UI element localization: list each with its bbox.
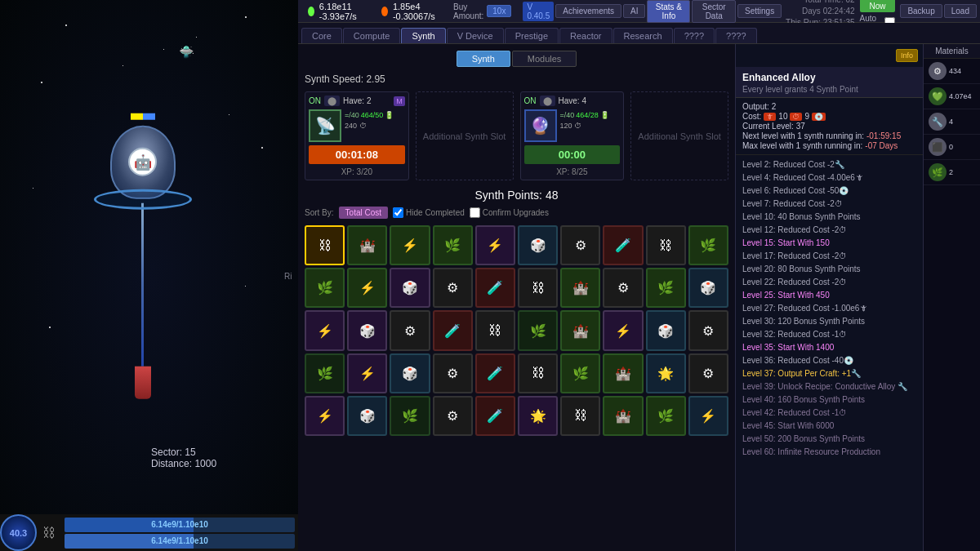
info-toggle-btn[interactable]: Info <box>896 49 918 62</box>
grid-icon-40[interactable]: ⚡ <box>305 396 345 436</box>
grid-icon-33[interactable]: ⚙ <box>433 353 473 393</box>
grid-icon-39[interactable]: ⚙ <box>688 353 728 393</box>
tab-vdevice[interactable]: V Device <box>447 28 504 43</box>
grid-icon-10[interactable]: 🌿 <box>305 268 345 308</box>
grid-icon-36[interactable]: 🌿 <box>560 353 600 393</box>
grid-icon-46[interactable]: ⛓ <box>560 396 600 436</box>
ai-btn[interactable]: AI <box>623 4 645 18</box>
grid-icon-8[interactable]: ⛓ <box>646 225 686 265</box>
slot2-level-bar: =/40 464/28 🔋 <box>560 111 609 119</box>
tab-synth[interactable]: Synth <box>401 28 445 43</box>
grid-icon-38[interactable]: 🌟 <box>646 353 686 393</box>
grid-icon-7[interactable]: 🧪 <box>603 225 643 265</box>
tab-compute[interactable]: Compute <box>343 28 401 43</box>
grid-icon-18[interactable]: 🌿 <box>646 268 686 308</box>
grid-icon-19[interactable]: 🎲 <box>688 268 728 308</box>
sector-data-btn[interactable]: Sector Data <box>692 0 736 23</box>
settings-btn[interactable]: Settings <box>737 4 782 18</box>
grid-icon-31[interactable]: ⚡ <box>347 353 387 393</box>
grid-icon-41[interactable]: 🎲 <box>347 396 387 436</box>
grid-icon-20[interactable]: ⚡ <box>305 310 345 350</box>
tab-core[interactable]: Core <box>301 28 342 43</box>
grid-icon-6[interactable]: ⚙ <box>560 225 600 265</box>
grid-icon-15[interactable]: ⛓ <box>518 268 558 308</box>
grid-icon-43[interactable]: ⚙ <box>433 396 473 436</box>
sort-total-cost-btn[interactable]: Total Cost <box>339 207 388 219</box>
slot1-have: Have: 2 <box>343 96 371 105</box>
grid-icon-21[interactable]: 🎲 <box>347 310 387 350</box>
achievements-btn[interactable]: Achievements <box>555 4 621 18</box>
sub-tab-synth[interactable]: Synth <box>457 51 510 67</box>
confirm-upgrades-checkbox[interactable] <box>470 207 480 218</box>
level-row-17: Level 39: Unlock Recipe: Conductive Allo… <box>742 380 916 393</box>
grid-icon-47[interactable]: 🏰 <box>603 396 643 436</box>
level-badge: 40.3 <box>0 514 37 551</box>
grid-icon-28[interactable]: 🎲 <box>646 310 686 350</box>
grid-icon-12[interactable]: 🎲 <box>390 268 430 308</box>
star <box>245 16 247 18</box>
star <box>163 49 164 50</box>
grid-icon-3[interactable]: 🌿 <box>433 225 473 265</box>
star <box>65 24 67 26</box>
tab-question2[interactable]: ???? <box>715 28 756 43</box>
grid-icon-16[interactable]: 🏰 <box>560 268 600 308</box>
load-btn[interactable]: Load <box>944 4 977 18</box>
grid-icon-49[interactable]: ⚡ <box>688 396 728 436</box>
grid-icon-32[interactable]: 🎲 <box>390 353 430 393</box>
grid-icon-30[interactable]: 🌿 <box>305 353 345 393</box>
grid-icon-9[interactable]: 🌿 <box>688 225 728 265</box>
grid-icon-34[interactable]: 🧪 <box>475 353 515 393</box>
grid-icon-4[interactable]: ⚡ <box>475 225 515 265</box>
slot2-icon[interactable]: 🔮 <box>524 109 557 142</box>
grid-icon-13[interactable]: ⚙ <box>433 268 473 308</box>
grid-icon-23[interactable]: 🧪 <box>433 310 473 350</box>
grid-icon-11[interactable]: ⚡ <box>347 268 387 308</box>
star <box>229 114 229 115</box>
grid-icon-26[interactable]: 🏰 <box>560 310 600 350</box>
level-row-16: Level 37: Output Per Craft: +1🔧 <box>742 367 916 380</box>
grid-icon-1[interactable]: 🏰 <box>347 225 387 265</box>
grid-icon-5[interactable]: 🎲 <box>518 225 558 265</box>
grid-icon-44[interactable]: 🧪 <box>475 396 515 436</box>
save-now-btn[interactable]: Save Now <box>860 0 896 12</box>
grid-icon-35[interactable]: ⛓ <box>518 353 558 393</box>
slot2-timer[interactable]: 00:00 <box>524 145 621 164</box>
tab-research[interactable]: Research <box>613 28 673 43</box>
grid-icon-45[interactable]: 🌟 <box>518 396 558 436</box>
slot1-toggle[interactable]: ON <box>309 96 321 105</box>
grid-icon-24[interactable]: ⛓ <box>475 310 515 350</box>
grid-icon-14[interactable]: 🧪 <box>475 268 515 308</box>
right-panel: 6.18e11 -3.93e7/s 1.85e4 -0.30067/s Buy … <box>298 0 980 551</box>
slot2-have: Have: 4 <box>559 96 586 105</box>
slot1-timer[interactable]: 00:01:08 <box>309 145 405 164</box>
grid-icon-22[interactable]: ⚙ <box>390 310 430 350</box>
grid-icon-25[interactable]: 🌿 <box>518 310 558 350</box>
current-level-row: Current Level: 37 <box>742 122 916 131</box>
sector-info: Sector: 15 Distance: 1000 <box>151 447 216 469</box>
grid-icon-17[interactable]: ⚙ <box>603 268 643 308</box>
grid-icon-42[interactable]: 🌿 <box>390 396 430 436</box>
slot2-toggle-switch[interactable]: ⬤ <box>540 96 555 106</box>
tab-prestige[interactable]: Prestige <box>505 28 559 43</box>
grid-icon-2[interactable]: ⚡ <box>390 225 430 265</box>
slot2-toggle[interactable]: ON <box>524 96 537 105</box>
cost-value: 10 <box>778 112 787 121</box>
buy-amount-button[interactable]: 10x <box>487 5 511 17</box>
grid-icon-0[interactable]: ⛓ <box>305 225 345 265</box>
grid-icon-37[interactable]: 🏰 <box>603 353 643 393</box>
slot1-toggle-switch[interactable]: ⬤ <box>324 96 340 106</box>
tab-reactor[interactable]: Reactor <box>559 28 612 43</box>
slot2-header: ON ⬤ Have: 4 <box>524 96 621 106</box>
sort-bar: Sort By: Total Cost Hide Completed Confi… <box>305 207 728 219</box>
tab-question1[interactable]: ???? <box>674 28 715 43</box>
mat-value-2: 4 <box>949 118 953 126</box>
sub-tab-modules[interactable]: Modules <box>512 51 577 67</box>
grid-icon-48[interactable]: 🌿 <box>646 396 686 436</box>
backup-btn[interactable]: Backup <box>900 4 942 18</box>
grid-icon-27[interactable]: ⚡ <box>603 310 643 350</box>
hide-completed-checkbox[interactable] <box>393 207 403 218</box>
slot2-stat-bottom: 120 ⏱ <box>560 122 609 130</box>
stats-info-btn[interactable]: Stats & Info <box>647 0 690 23</box>
slot1-icon[interactable]: 📡 <box>309 109 341 142</box>
grid-icon-29[interactable]: ⚙ <box>688 310 728 350</box>
